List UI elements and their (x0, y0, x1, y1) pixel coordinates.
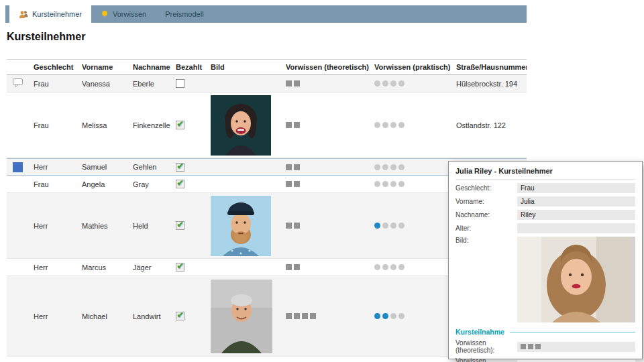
tab-label: Kursteilnehmer (32, 10, 82, 18)
cell-bezahlt (170, 193, 205, 258)
field-label: Vorwissen (praktisch): (455, 357, 517, 362)
popup-field-geschlecht: Geschlecht: Frau (455, 183, 635, 193)
cell-vorwissen-praktisch (369, 259, 451, 276)
field-label: Vorwissen (theoretisch): (455, 339, 517, 354)
tab-bar: Kursteilnehmer Vorwissen Preismodell (5, 5, 527, 23)
cell-bezahlt (170, 259, 205, 276)
cell-vorname: Vanessa (76, 75, 127, 92)
cell-vorname: Marcus (76, 259, 127, 276)
cell-vorwissen-praktisch (369, 75, 451, 92)
cell-vorname: Michael (76, 276, 127, 356)
cell-bild (205, 93, 280, 158)
section-divider (510, 332, 635, 333)
tab-vorwissen[interactable]: Vorwissen (91, 5, 156, 23)
cell-bezahlt (170, 276, 205, 356)
row-marker-cell (7, 159, 28, 175)
cell-nachname: Finkenzeller (127, 93, 170, 158)
header-strasse[interactable]: Straße/Hausnummer (451, 60, 527, 74)
cell-bild (205, 276, 280, 356)
cell-nachname: Jäger (127, 259, 170, 276)
tab-label: Vorwissen (113, 10, 146, 18)
bezahlt-checkbox[interactable] (176, 312, 184, 320)
selection-square-icon (13, 162, 23, 172)
portrait-melissa (211, 95, 271, 156)
cell-geschlecht: Frau (28, 176, 76, 192)
header-bild[interactable]: Bild (205, 60, 280, 74)
cell-nachname: Landwirt (127, 276, 170, 356)
cell-geschlecht: Frau (28, 75, 76, 92)
cell-vorwissen-theoretisch (280, 193, 369, 258)
header-geschlecht[interactable]: Geschlecht (28, 60, 76, 74)
row-marker-cell (7, 93, 28, 158)
table-header-row: Geschlecht Vorname Nachname ▲ Bezahlt Bi… (7, 59, 527, 75)
people-icon (19, 10, 28, 19)
vorname-value[interactable]: Julia (517, 196, 635, 206)
header-nachname-label: Nachname (133, 63, 170, 71)
header-vorwissen-theoretisch[interactable]: Vorwissen (theoretisch) (280, 60, 369, 74)
popup-field-nachname: Nachname: Riley (455, 210, 635, 220)
popup-section-kursteilnahme: Kursteilnahme (455, 328, 635, 336)
field-label: Bild: (455, 237, 517, 244)
field-label: Alter: (455, 225, 517, 232)
bezahlt-checkbox[interactable] (176, 263, 184, 272)
cell-vorwissen-praktisch (369, 93, 451, 158)
geschlecht-value[interactable]: Frau (517, 183, 635, 193)
bezahlt-checkbox[interactable] (176, 221, 184, 230)
field-label: Geschlecht: (455, 184, 517, 192)
cell-vorwissen-theoretisch (280, 75, 369, 92)
field-label: Vorname: (455, 198, 517, 205)
cell-vorwissen-theoretisch (280, 176, 369, 192)
cell-vorwissen-theoretisch (280, 276, 369, 356)
cell-bezahlt (170, 75, 205, 92)
prak-rating[interactable] (517, 360, 635, 362)
alter-value[interactable] (517, 223, 635, 233)
cell-bild (205, 193, 280, 258)
cell-bild (205, 259, 280, 276)
popup-field-vorwissen-theoretisch: Vorwissen (theoretisch): (455, 339, 635, 354)
detail-popup: Julia Riley - Kursteilnehmer Geschlecht:… (448, 161, 643, 359)
header-bezahlt[interactable]: Bezahlt (170, 60, 205, 74)
table-row[interactable]: Frau Vanessa Eberle Hülsebrockstr. 194 (7, 75, 527, 93)
header-vorwissen-praktisch[interactable]: Vorwissen (praktisch) (369, 60, 451, 74)
cell-vorwissen-praktisch (369, 193, 451, 258)
cell-geschlecht: Herr (28, 276, 76, 356)
tab-label: Preismodell (165, 10, 203, 18)
cell-vorwissen-praktisch (369, 276, 451, 356)
cell-bild (205, 75, 280, 92)
portrait-held (211, 196, 271, 256)
cell-bezahlt (170, 159, 205, 175)
field-label: Nachname: (455, 211, 517, 219)
cell-bild (205, 159, 280, 175)
comment-icon (13, 78, 23, 88)
header-nachname[interactable]: Nachname ▲ (127, 60, 170, 74)
portrait-julia (517, 237, 630, 322)
cell-vorwissen-theoretisch (280, 159, 369, 175)
cell-strasse: Ostlandstr. 122 (451, 93, 527, 158)
row-marker-cell (7, 259, 28, 276)
header-vorname[interactable]: Vorname (76, 60, 127, 74)
cell-nachname: Gray (127, 176, 170, 192)
nachname-value[interactable]: Riley (517, 210, 635, 220)
table-row[interactable]: Frau Melissa Finkenzeller Ostlandstr. 12… (7, 93, 527, 158)
bezahlt-checkbox[interactable] (176, 121, 184, 129)
cell-bild (205, 176, 280, 192)
tab-kursteilnehmer[interactable]: Kursteilnehmer (9, 5, 91, 23)
page-title: Kursteilnehmer (7, 31, 85, 43)
cell-strasse: Hülsebrockstr. 194 (451, 75, 527, 92)
cell-vorname: Melissa (76, 93, 127, 158)
popup-field-bild: Bild: (455, 237, 635, 322)
cell-vorname: Samuel (76, 159, 127, 175)
cell-vorname: Mathies (76, 193, 127, 258)
cell-vorwissen-theoretisch (280, 259, 369, 276)
bezahlt-checkbox[interactable] (176, 163, 184, 172)
row-marker-cell (7, 193, 28, 258)
cell-vorname: Angela (76, 176, 127, 192)
theo-rating[interactable] (517, 342, 635, 352)
bezahlt-checkbox[interactable] (176, 79, 184, 88)
bezahlt-checkbox[interactable] (176, 180, 184, 188)
portrait-landwirt (211, 280, 272, 353)
row-marker-cell (7, 75, 28, 92)
row-marker-cell (7, 276, 28, 356)
cell-nachname: Held (127, 193, 170, 258)
tab-preismodell[interactable]: Preismodell (156, 5, 213, 23)
